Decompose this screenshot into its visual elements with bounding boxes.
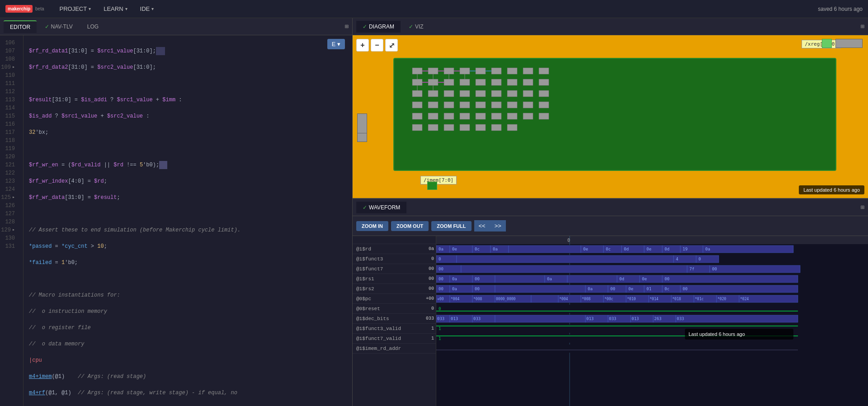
- svg-rect-200: [436, 345, 868, 353]
- svg-text:0e: 0e: [583, 247, 588, 251]
- next-button[interactable]: >>: [490, 220, 506, 231]
- svg-text:*01c: *01c: [695, 297, 703, 301]
- svg-rect-38: [444, 113, 454, 119]
- zoom-out-button[interactable]: ZOOM OUT: [391, 221, 429, 231]
- fit-button[interactable]: ⤢: [385, 39, 398, 52]
- waveform-panel: ✓ WAVEFORM ⊞ ZOOM IN ZOOM OUT ZOOM FULL …: [353, 199, 868, 406]
- svg-rect-22: [476, 90, 486, 97]
- tab-viz[interactable]: ✓ VIZ: [402, 21, 430, 33]
- editor-content: E ▾ 106 107 108 109 110 111 112 113 114 …: [0, 35, 352, 406]
- svg-text:00: 00: [683, 287, 688, 291]
- svg-rect-32: [491, 102, 501, 108]
- line-num-111: 111: [0, 80, 19, 88]
- svg-text:00: 00: [439, 267, 443, 271]
- svg-rect-41: [491, 113, 501, 119]
- svg-rect-173: [436, 305, 868, 313]
- svg-rect-17: [539, 79, 549, 85]
- svg-text:0a: 0a: [493, 247, 498, 251]
- svg-text:013: 013: [586, 316, 594, 321]
- waveform-traces[interactable]: 0 0a 0e 0c: [436, 236, 868, 406]
- prev-button[interactable]: <<: [474, 220, 490, 231]
- svg-rect-106: [710, 265, 800, 273]
- svg-text:013: 013: [632, 316, 639, 321]
- line-num-131: 131: [0, 242, 19, 250]
- svg-text:0c: 0c: [475, 247, 480, 251]
- zoom-in-button[interactable]: ZOOM IN: [356, 221, 388, 231]
- svg-text:0: 0: [698, 257, 701, 261]
- expand-icon[interactable]: ⊞: [861, 23, 864, 30]
- svg-rect-65: [436, 236, 868, 244]
- svg-text:*008: *008: [582, 297, 590, 301]
- svg-rect-51: [507, 124, 517, 131]
- zoom-full-button[interactable]: ZOOM FULL: [431, 221, 471, 231]
- line-num-129: 129: [0, 226, 19, 234]
- tab-diagram[interactable]: ✓ DIAGRAM: [356, 21, 401, 33]
- tab-editor[interactable]: EDITOR: [4, 20, 37, 33]
- svg-text:033: 033: [677, 316, 684, 321]
- expand-icon[interactable]: ⊞: [345, 23, 349, 30]
- xreg-label: /xreg[31:0]: [802, 40, 841, 48]
- tab-log[interactable]: LOG: [81, 21, 105, 33]
- waveform-tabs: ✓ WAVEFORM ⊞: [353, 199, 868, 216]
- zoom-out-button[interactable]: −: [371, 39, 383, 52]
- line-numbers: 106 107 108 109 110 111 112 113 114 115 …: [0, 35, 24, 406]
- svg-rect-23: [491, 90, 501, 97]
- code-lines[interactable]: $rf_rd_data1[31:0] = $src1_value[31:0]; …: [24, 35, 352, 406]
- svg-rect-16: [523, 79, 533, 85]
- circuit-svg: [394, 59, 835, 170]
- svg-rect-77: [509, 245, 581, 253]
- code-line-123: // o register file: [29, 324, 352, 332]
- code-line-116: [29, 210, 352, 218]
- nav-learn[interactable]: LEARN ▾: [97, 0, 133, 18]
- code-line-113: $rf_wr_en = ($rd_valid || $rd !== 5'b0);: [29, 161, 352, 169]
- nav-ide[interactable]: IDE ▾: [134, 0, 160, 18]
- svg-text:*00c: *00c: [604, 297, 613, 301]
- e-button[interactable]: E ▾: [327, 39, 345, 49]
- logo: makerchip: [5, 5, 33, 13]
- svg-rect-27: [412, 102, 422, 108]
- right-panel: ✓ DIAGRAM ✓ VIZ ⊞ + − ⤢ /xreg[31:0]: [353, 18, 868, 406]
- svg-text:0e: 0e: [646, 247, 651, 251]
- waveform-controls: ZOOM IN ZOOM OUT ZOOM FULL << >>: [353, 216, 868, 236]
- svg-rect-36: [412, 113, 422, 119]
- line-num-107: 107: [0, 47, 19, 55]
- svg-text:*020: *020: [717, 297, 726, 301]
- xreg-green-box: [822, 39, 832, 48]
- svg-text:0a: 0a: [588, 287, 593, 291]
- signal-funct3: @1$funct30: [353, 254, 436, 264]
- circuit-board: [393, 58, 836, 171]
- line-num-113: 113: [0, 96, 19, 104]
- svg-text:00: 00: [439, 287, 443, 291]
- svg-rect-9: [412, 79, 422, 85]
- line-num-125: 125: [0, 194, 19, 202]
- check-icon: ✓: [409, 24, 413, 30]
- code-line-127: m4+rf(@1, @1) // Args: (read stage, writ…: [29, 389, 352, 397]
- svg-rect-6: [507, 68, 517, 74]
- svg-text:0: 0: [439, 257, 441, 261]
- main-layout: EDITOR NAV-TLV LOG ⊞ E ▾ 106 107 108 109…: [0, 18, 868, 406]
- svg-text:1: 1: [439, 336, 441, 341]
- zoom-in-button[interactable]: +: [356, 39, 369, 52]
- svg-rect-35: [539, 102, 549, 108]
- svg-rect-45: [412, 124, 422, 131]
- line-num-106: 106: [0, 39, 19, 47]
- code-line-114: $rf_wr_index[4:0] = $rd;: [29, 177, 352, 185]
- svg-rect-0: [412, 68, 422, 74]
- line-num-114: 114: [0, 104, 19, 112]
- nav-project[interactable]: PROJECT ▾: [53, 0, 98, 18]
- svg-rect-4: [476, 68, 486, 74]
- line-num-126: 126: [0, 202, 19, 210]
- svg-rect-49: [476, 124, 486, 131]
- svg-text:0a: 0a: [547, 277, 552, 281]
- tab-waveform[interactable]: ✓ WAVEFORM: [356, 202, 406, 213]
- tab-nav-tlv[interactable]: NAV-TLV: [38, 21, 79, 33]
- expand-icon[interactable]: ⊞: [861, 203, 864, 211]
- svg-text:00: 00: [475, 287, 480, 291]
- svg-rect-2: [444, 68, 454, 74]
- signal-rs2: @1$rs200: [353, 284, 436, 294]
- svg-text:00: 00: [475, 277, 480, 281]
- code-line-111: 32'bx;: [29, 128, 352, 137]
- waveform-grid: @1$rd0a @1$funct30 @1$funct700 @1$rs100 …: [353, 236, 868, 406]
- code-line-108: [29, 80, 352, 88]
- line-num-130: 130: [0, 234, 19, 242]
